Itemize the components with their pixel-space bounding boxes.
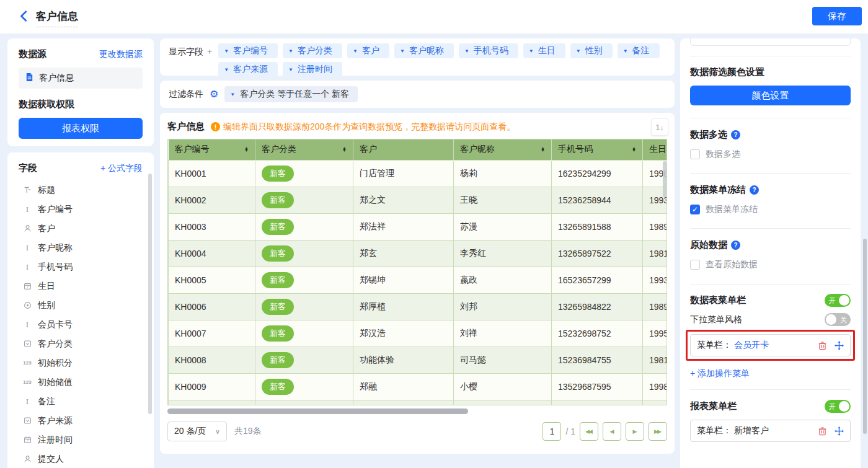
toggle-knob: [839, 295, 849, 306]
datasource-panel: 数据源 更改数据源 客户信息 数据获取权限 报表权限: [7, 38, 154, 146]
raw-data-checkbox-row[interactable]: 查看原始数据: [690, 259, 851, 270]
table-row[interactable]: KH0006新客郑厚植刘邦132659848221989-11: [169, 293, 668, 320]
last-page-button[interactable]: ▶▶: [649, 422, 667, 441]
field-item-提交人[interactable]: 提交人: [19, 449, 143, 468]
fields-scrollbar[interactable]: [148, 174, 152, 414]
table-menu-item[interactable]: 菜单栏： 会员开卡: [690, 334, 851, 356]
fields-list: 标题I客户编号客户I客户昵称I手机号码7生日性别I会员卡号客户分类123初始积分…: [19, 180, 143, 468]
freeze-checkbox-row[interactable]: ✓ 数据菜单冻结: [690, 204, 851, 215]
filter-condition-tag[interactable]: ▼ 客户分类 等于任意一个 新客: [224, 86, 358, 102]
checkbox-checked-icon[interactable]: ✓: [690, 205, 700, 214]
page-size-select[interactable]: 20 条/页 ∨: [167, 422, 227, 441]
display-field-tag-生日[interactable]: ▼生日: [523, 43, 565, 58]
table-horizontal-scrollbar[interactable]: [167, 408, 468, 414]
window-scrollbar[interactable]: [863, 239, 867, 434]
datasource-item[interactable]: 客户信息: [19, 68, 143, 89]
checkbox-unchecked-icon[interactable]: [690, 260, 700, 270]
table-row[interactable]: KH0009新客郑融小樱135296875951998-05: [169, 373, 668, 400]
display-field-tag-客户来源[interactable]: ▼客户来源: [218, 62, 278, 77]
help-icon[interactable]: ?: [731, 241, 740, 250]
column-header-手机号码[interactable]: 手机号码▲▼: [552, 139, 643, 160]
add-display-field-icon[interactable]: +: [207, 46, 212, 56]
field-item-性别[interactable]: 性别: [19, 296, 143, 315]
sort-arrows-icon[interactable]: ▲▼: [632, 147, 636, 152]
table-row[interactable]: KH0001新客门店管理杨莉162352942991998-05: [169, 160, 668, 187]
table-row[interactable]: KH0002新客郑之文王晓152362589441993-08: [169, 187, 668, 213]
display-field-tag-注册时间[interactable]: ▼注册时间: [283, 62, 342, 77]
caret-down-icon: ▼: [224, 48, 229, 54]
field-item-初始积分[interactable]: 123初始积分: [19, 353, 143, 373]
checkbox-unchecked-icon[interactable]: [690, 149, 700, 159]
category-cell: 新客: [255, 160, 353, 187]
table-cell: 李秀红: [454, 240, 552, 267]
display-field-tag-备注[interactable]: ▼备注: [618, 43, 660, 58]
table-cell: 1989-11: [643, 213, 668, 240]
table-menu-toggle-on[interactable]: 开: [825, 294, 851, 307]
field-item-客户来源[interactable]: 客户来源: [19, 411, 143, 430]
sort-arrows-icon[interactable]: ▲▼: [342, 147, 347, 152]
save-button[interactable]: 保存: [812, 7, 862, 25]
dropdown-style-toggle-off[interactable]: 关: [825, 313, 851, 326]
field-item-初始储值[interactable]: 123初始储值: [19, 373, 143, 392]
back-icon[interactable]: [17, 9, 32, 24]
field-item-生日[interactable]: 7生日: [19, 276, 143, 296]
first-page-button[interactable]: ◀◀: [580, 422, 598, 441]
select-icon: [22, 340, 32, 348]
field-item-手机号码[interactable]: I手机号码: [19, 257, 143, 276]
table-row[interactable]: KH0003新客郑法祥苏漫132658915881989-11: [169, 213, 668, 240]
field-item-标题[interactable]: 标题: [19, 180, 143, 200]
display-field-tag-性别[interactable]: ▼性别: [570, 43, 613, 58]
caret-down-icon: ▼: [464, 48, 469, 54]
display-field-tag-客户[interactable]: ▼客户: [347, 43, 389, 58]
color-settings-button[interactable]: 颜色设置: [690, 86, 851, 105]
display-field-tag-客户编号[interactable]: ▼客户编号: [218, 43, 278, 58]
trash-icon[interactable]: [818, 426, 827, 436]
add-action-menu-link[interactable]: + 添加操作菜单: [690, 368, 750, 379]
field-item-备注[interactable]: I备注: [19, 392, 143, 411]
table-row[interactable]: KH0007新客郑汉浩刘禅152326987521995-01: [169, 320, 668, 347]
prev-page-button[interactable]: ◀: [603, 422, 621, 441]
field-item-会员卡号[interactable]: I会员卡号: [19, 315, 143, 334]
current-page-input[interactable]: 1: [542, 422, 561, 441]
help-icon[interactable]: ?: [731, 130, 740, 139]
field-item-客户分类[interactable]: 客户分类: [19, 334, 143, 353]
trash-icon[interactable]: [818, 341, 827, 350]
menu-item-value[interactable]: 会员开卡: [734, 340, 769, 351]
move-icon[interactable]: [835, 426, 844, 436]
field-item-客户[interactable]: 客户: [19, 219, 143, 238]
filter-condition-text: 客户分类 等于任意一个 新客: [240, 89, 349, 100]
field-item-注册时间[interactable]: 7注册时间: [19, 430, 143, 449]
next-page-button[interactable]: ▶: [626, 422, 644, 441]
add-formula-field-link[interactable]: + 公式字段: [100, 163, 143, 174]
help-icon[interactable]: ?: [750, 185, 759, 195]
text-icon: I: [22, 205, 32, 214]
display-field-tag-客户分类[interactable]: ▼客户分类: [283, 43, 342, 58]
multiselect-checkbox-row[interactable]: 数据多选: [690, 149, 851, 160]
sort-order-icon[interactable]: 1↓: [651, 118, 668, 136]
display-field-tag-手机号码[interactable]: ▼手机号码: [459, 43, 518, 58]
sort-arrows-icon[interactable]: ▲▼: [541, 147, 545, 152]
report-menu-item[interactable]: 菜单栏： 新增客户: [690, 420, 851, 442]
table-cell: 郑汉浩: [353, 320, 454, 347]
sort-arrows-icon[interactable]: ▲▼: [244, 147, 249, 152]
field-item-客户昵称[interactable]: I客户昵称: [19, 238, 143, 257]
display-field-tag-客户昵称[interactable]: ▼客户昵称: [394, 43, 454, 58]
report-permission-button[interactable]: 报表权限: [19, 118, 143, 139]
table-vertical-scrollbar[interactable]: [663, 161, 666, 197]
field-item-客户编号[interactable]: I客户编号: [19, 200, 143, 219]
column-header-客户分类[interactable]: 客户分类▲▼: [255, 139, 353, 160]
table-row[interactable]: 新客: [169, 400, 668, 405]
table-row[interactable]: KH0008新客功能体验司马懿152369847551981-06: [169, 347, 668, 373]
freeze-title: 数据菜单冻结: [690, 184, 746, 196]
column-header-客户编号[interactable]: 客户编号▲▼: [169, 139, 255, 160]
column-header-客户昵称[interactable]: 客户昵称▲▼: [454, 139, 552, 160]
report-menu-toggle-on[interactable]: 开: [825, 400, 851, 413]
report-menu-item-value[interactable]: 新增客户: [734, 425, 769, 436]
highlight-annotation-box: 菜单栏： 会员开卡: [686, 330, 855, 361]
category-badge: 新客: [262, 299, 294, 315]
move-icon[interactable]: [835, 341, 844, 350]
change-datasource-link[interactable]: 更改数据源: [99, 49, 143, 60]
table-row[interactable]: KH0005新客郑锡坤嬴政165236572991993-08: [169, 267, 668, 293]
table-row[interactable]: KH0004新客郑玄李秀红132658975221981-06: [169, 240, 668, 267]
gear-icon[interactable]: ⚙: [210, 89, 218, 99]
